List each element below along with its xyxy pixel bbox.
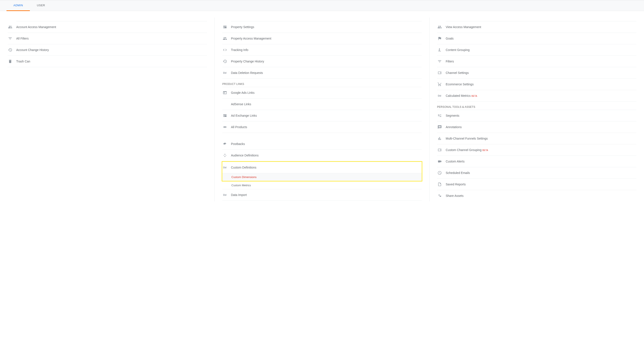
menu-label: Filters [446,60,454,63]
custom-channel-grouping[interactable]: Custom Channel GroupingBETA [437,144,636,156]
custom-definitions-highlight: Custom Definitions Custom Dimensions [222,161,422,182]
megaphone-icon [437,159,442,164]
annotation-icon [437,124,442,130]
menu-label: Property Settings [231,25,254,29]
menu-label: Multi-Channel Funnels Settings [446,137,488,140]
data-import[interactable]: Data Import [222,189,422,201]
menu-label: Custom Definitions [231,166,256,169]
custom-metrics[interactable]: Custom Metrics [222,182,422,189]
property-change-history[interactable]: Property Change History [222,56,422,67]
menu-label: Property Access Management [231,37,272,40]
menu-label: View Access Management [446,25,481,29]
beta-badge: BETA [472,95,477,97]
content-group-icon [437,47,442,52]
account-access-management[interactable]: Account Access Management [8,21,207,33]
data-deletion-requests[interactable]: Data Deletion Requests [222,67,422,79]
document-icon [437,182,442,187]
menu-label: Ad Exchange Links [231,114,257,117]
postback-icon [222,141,228,146]
audience-icon [222,153,228,158]
card-icon [222,90,228,95]
property-column: Property Settings Property Access Manage… [215,17,430,201]
flag-icon [437,36,442,41]
content-grouping[interactable]: Content Grouping [437,44,636,56]
link-icon [222,124,228,130]
menu-label: Postbacks [231,142,245,146]
ecommerce-settings[interactable]: Ecommerce Settings [437,79,636,90]
dd-icon [437,93,442,98]
tab-user[interactable]: USER [30,0,52,11]
annotations[interactable]: Annotations [437,121,636,133]
personal-tools-header: PERSONAL TOOLS & ASSETS [437,101,636,110]
menu-label: All Products [231,125,247,129]
menu-label: Goals [446,37,454,40]
postbacks[interactable]: Postbacks [222,138,422,150]
google-ads-links[interactable]: Google Ads Links [222,87,422,98]
beta-badge: BETA [482,149,488,151]
dd-icon [222,165,228,170]
settings-panel-icon [222,24,228,29]
history-icon [222,59,228,64]
channel-icon [437,147,442,153]
menu-label: AdSense Links [231,102,251,106]
custom-definitions[interactable]: Custom Definitions [222,162,422,173]
multi-channel-funnels-settings[interactable]: Multi-Channel Funnels Settings [437,133,636,144]
menu-label: Saved Reports [446,183,466,186]
menu-label: Channel Settings [446,71,469,74]
bars-icon [437,136,442,141]
channel-icon [437,70,442,75]
menu-label: Audience Definitions [231,154,259,157]
custom-dimensions[interactable]: Custom Dimensions [222,173,422,181]
segments[interactable]: Segments [437,110,636,121]
account-change-history[interactable]: Account Change History [8,44,207,56]
goals[interactable]: Goals [437,33,636,44]
menu-label: All Filters [16,37,29,40]
view-access-management[interactable]: View Access Management [437,21,636,33]
menu-label: Calculated MetricsBETA [446,94,477,97]
tracking-info[interactable]: Tracking Info [222,44,422,56]
adsense-links[interactable]: AdSense Links [222,98,422,110]
tabs-header: ADMIN USER [0,0,644,11]
scheduled-emails[interactable]: Scheduled Emails [437,167,636,179]
dd-icon [222,70,228,75]
trash-can[interactable]: Trash Can [8,56,207,67]
segments-icon [437,113,442,118]
audience-definitions[interactable]: Audience Definitions [222,150,422,161]
menu-label: Ecommerce Settings [446,82,474,86]
people-icon [222,36,228,41]
menu-label: Data Deletion Requests [231,71,263,74]
account-column: Account Access Management All Filters Ac… [0,17,215,201]
filter-icon [437,59,442,64]
menu-label: Data Import [231,193,247,197]
people-icon [8,24,13,29]
menu-label: Share Assets [446,194,464,198]
menu-label: Custom Alerts [446,160,464,163]
view-column: View Access Management Goals Content Gro… [430,17,644,201]
history-icon [8,47,13,52]
all-filters[interactable]: All Filters [8,33,207,44]
dd-icon [222,192,228,198]
property-settings[interactable]: Property Settings [222,21,422,33]
menu-label: Annotations [446,125,462,129]
tab-admin[interactable]: ADMIN [6,0,30,11]
cart-icon [437,82,442,87]
ad-exchange-links[interactable]: Ad Exchange Links [222,110,422,121]
all-products[interactable]: All Products [222,121,422,133]
filters[interactable]: Filters [437,56,636,67]
menu-label: Property Change History [231,60,264,63]
share-icon [437,193,442,198]
people-icon [437,24,442,29]
property-access-management[interactable]: Property Access Management [222,33,422,44]
menu-label: Google Ads Links [231,91,254,94]
channel-settings[interactable]: Channel Settings [437,67,636,79]
share-assets[interactable]: Share Assets [437,190,636,201]
filter-icon [8,36,13,41]
blank-icon [222,101,228,107]
menu-label: Scheduled Emails [446,171,470,175]
code-icon [222,47,228,52]
trash-icon [8,59,13,64]
saved-reports[interactable]: Saved Reports [437,179,636,190]
clock-icon [437,170,442,175]
calculated-metrics[interactable]: Calculated MetricsBETA [437,90,636,101]
custom-alerts[interactable]: Custom Alerts [437,156,636,167]
